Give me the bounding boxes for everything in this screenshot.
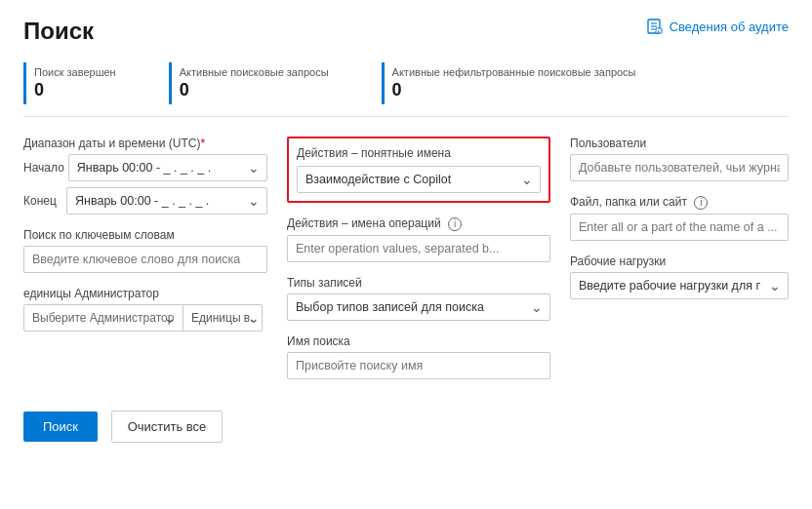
col-mid: Действия – понятные имена Взаимодействие… [287, 137, 550, 393]
admin-units-group: единицы Администратор Выберите Администр… [23, 287, 267, 332]
record-types-select[interactable]: Выбор типов записей для поиска [287, 294, 550, 321]
end-label: Конец [23, 194, 62, 208]
actions-ops-group: Действия – имена операций i [287, 216, 550, 262]
file-group: Файл, папка или сайт i [570, 195, 789, 241]
stat-value-1: 0 [180, 80, 329, 100]
record-types-select-wrapper: Выбор типов записей для поиска [287, 294, 550, 321]
users-label: Пользователи [570, 137, 789, 150]
actions-ops-info-icon[interactable]: i [448, 217, 462, 231]
svg-text:⬆: ⬆ [657, 29, 660, 34]
page-title: Поиск [23, 18, 94, 45]
users-group: Пользователи [570, 137, 789, 181]
start-date-select[interactable]: Январь 00:00 - _ . _ . _ . [68, 154, 267, 181]
start-label: Начало [23, 161, 64, 175]
record-types-group: Типы записей Выбор типов записей для пои… [287, 276, 550, 321]
end-date-select[interactable]: Январь 00:00 - _ . _ . _ . [66, 187, 267, 215]
actions-friendly-label: Действия – понятные имена [297, 146, 541, 160]
file-info-icon[interactable]: i [694, 196, 708, 210]
start-date-row: Начало Январь 00:00 - _ . _ . _ . [23, 154, 267, 181]
clear-button[interactable]: Очистить все [111, 411, 223, 443]
page-header: Поиск ⬆ Сведения об аудите [23, 18, 789, 45]
stat-searches-done: Поиск завершен 0 [23, 62, 140, 104]
date-range-group: Диапазон даты и времени (UTC)* Начало Ян… [23, 137, 267, 215]
stat-label-0: Поиск завершен [34, 66, 116, 78]
footer-buttons: Поиск Очистить все [23, 411, 789, 443]
audit-icon: ⬆ [646, 18, 664, 35]
stat-label-1: Активные поисковые запросы [180, 66, 329, 78]
stat-unfiltered-queries: Активные нефильтрованные поисковые запро… [382, 62, 660, 104]
stat-active-queries: Активные поисковые запросы 0 [169, 62, 352, 104]
workloads-label: Рабочие нагрузки [570, 254, 789, 268]
admin-units-label: единицы Администратор [23, 287, 267, 300]
users-input[interactable] [570, 154, 789, 181]
file-label: Файл, папка или сайт i [570, 195, 789, 210]
stat-value-0: 0 [34, 80, 116, 100]
admin-select-wrapper: Выберите Администратор [23, 304, 183, 332]
workloads-select-wrapper: Введите рабочие нагрузки для поиска [570, 272, 789, 299]
stats-row: Поиск завершен 0 Активные поисковые запр… [23, 62, 789, 117]
date-range-label: Диапазон даты и времени (UTC)* [23, 137, 267, 150]
page-container: Поиск ⬆ Сведения об аудите Поиск заверше… [0, 0, 812, 509]
workloads-select[interactable]: Введите рабочие нагрузки для поиска [570, 272, 789, 299]
keyword-label: Поиск по ключевым словам [23, 228, 267, 242]
col-right: Пользователи Файл, папка или сайт i Рабо… [570, 137, 789, 393]
stat-value-2: 0 [392, 80, 636, 100]
units-select[interactable]: Единицы в. [183, 304, 263, 332]
keyword-group: Поиск по ключевым словам [23, 228, 267, 273]
audit-link[interactable]: ⬆ Сведения об аудите [646, 18, 789, 35]
admin-select[interactable]: Выберите Администратор [23, 304, 183, 332]
search-name-label: Имя поиска [287, 334, 550, 348]
search-name-input[interactable] [287, 352, 550, 379]
actions-friendly-box: Действия – понятные имена Взаимодействие… [287, 137, 550, 203]
search-button[interactable]: Поиск [23, 411, 98, 442]
file-input[interactable] [570, 214, 789, 241]
record-types-label: Типы записей [287, 276, 550, 290]
form-grid: Диапазон даты и времени (UTC)* Начало Ян… [23, 137, 789, 443]
actions-friendly-select-wrapper: Взаимодействие с Copilot [297, 166, 541, 193]
workloads-group: Рабочие нагрузки Введите рабочие нагрузк… [570, 254, 789, 299]
actions-ops-input[interactable] [287, 235, 550, 262]
actions-ops-label: Действия – имена операций i [287, 216, 550, 231]
audit-link-text: Сведения об аудите [670, 20, 789, 34]
start-date-wrapper: Январь 00:00 - _ . _ . _ . [68, 154, 267, 181]
end-date-wrapper: Январь 00:00 - _ . _ . _ . [66, 187, 267, 215]
search-name-group: Имя поиска [287, 334, 550, 379]
actions-friendly-select[interactable]: Взаимодействие с Copilot [297, 166, 541, 193]
stat-label-2: Активные нефильтрованные поисковые запро… [392, 66, 636, 78]
keyword-input[interactable] [23, 246, 267, 273]
end-date-row: Конец Январь 00:00 - _ . _ . _ . [23, 187, 267, 215]
admin-units-row: Выберите Администратор Единицы в. [23, 304, 267, 332]
col-left: Диапазон даты и времени (UTC)* Начало Ян… [23, 137, 267, 393]
units-select-wrapper: Единицы в. [183, 304, 267, 332]
